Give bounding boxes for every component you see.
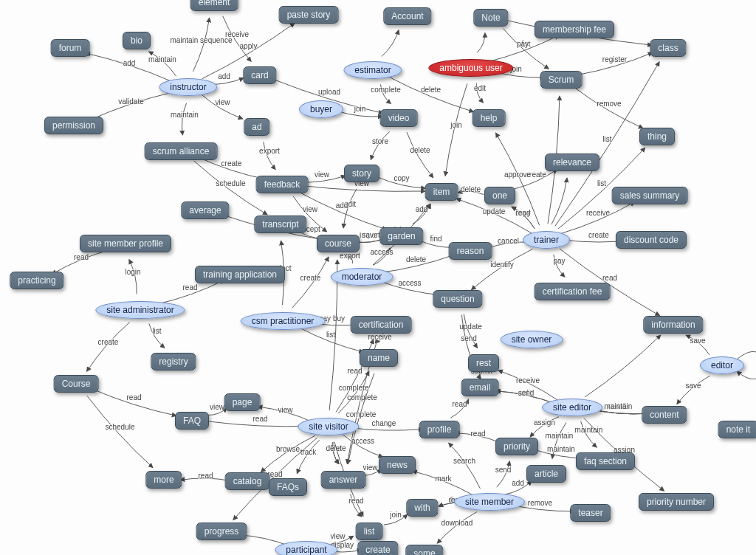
node-article[interactable]: article <box>526 465 566 483</box>
edge-label: maintain <box>546 432 574 440</box>
node-class[interactable]: class <box>650 39 686 57</box>
edge-site_member-priority <box>497 461 510 488</box>
node-video[interactable]: video <box>380 109 418 127</box>
node-permission[interactable]: permission <box>44 117 103 134</box>
node-more[interactable]: more <box>145 471 182 489</box>
edge-editor-information <box>686 335 709 355</box>
node-site_administrator[interactable]: site administrator <box>95 301 185 319</box>
node-some[interactable]: some <box>405 545 443 555</box>
edge-label: send <box>518 389 535 397</box>
node-Account[interactable]: Account <box>383 7 431 25</box>
node-transcript[interactable]: transcript <box>254 216 306 233</box>
edge-label: create <box>300 274 321 282</box>
node-sales_summary[interactable]: sales summary <box>612 187 688 204</box>
node-instructor[interactable]: instructor <box>159 78 217 96</box>
node-answer[interactable]: answer <box>321 471 366 489</box>
node-bio[interactable]: bio <box>123 32 151 49</box>
node-FAQs[interactable]: FAQs <box>269 478 307 496</box>
node-certification_fee[interactable]: certification fee <box>535 283 611 300</box>
edge-label: add <box>123 59 136 67</box>
node-site_member[interactable]: site member <box>454 493 525 511</box>
node-question[interactable]: question <box>433 290 482 308</box>
node-participant[interactable]: participant <box>275 541 337 555</box>
node-certification[interactable]: certification <box>351 316 412 334</box>
node-forum[interactable]: forum <box>51 39 90 57</box>
node-average[interactable]: average <box>181 201 229 219</box>
node-label: editor <box>711 360 733 370</box>
node-garden[interactable]: garden <box>379 227 423 245</box>
node-label: news <box>387 460 408 470</box>
node-card[interactable]: card <box>243 66 276 84</box>
node-progress[interactable]: progress <box>196 523 247 540</box>
edge-label: find <box>430 235 441 243</box>
node-element[interactable]: element <box>190 0 238 11</box>
node-site_member_profile[interactable]: site member profile <box>80 235 171 252</box>
edge-label: remove <box>597 100 622 108</box>
node-label: bio <box>131 35 142 46</box>
node-paste_story[interactable]: paste story <box>279 6 339 24</box>
node-news[interactable]: news <box>379 456 416 474</box>
edge-estimator-help <box>388 76 473 111</box>
node-list[interactable]: list <box>356 523 383 540</box>
node-content[interactable]: content <box>642 406 687 424</box>
node-catalog[interactable]: catalog <box>225 472 270 490</box>
node-label: ambiguous user <box>439 63 502 73</box>
node-buyer[interactable]: buyer <box>299 100 343 118</box>
node-label: site member profile <box>88 238 163 249</box>
node-ambiguous_user[interactable]: ambiguous user <box>428 59 513 77</box>
node-one[interactable]: one <box>484 187 515 204</box>
node-site_owner[interactable]: site owner <box>501 331 563 348</box>
node-relevance[interactable]: relevance <box>545 154 599 171</box>
edge-name-answer <box>348 373 374 464</box>
edge-label: create <box>526 170 546 179</box>
node-trainer[interactable]: trainer <box>523 231 570 249</box>
node-create_dangling[interactable]: create <box>357 541 398 555</box>
node-faq_section[interactable]: faq section <box>576 452 635 470</box>
node-scrum_alliance[interactable]: scrum alliance <box>145 142 218 160</box>
edge-label: read <box>602 274 617 282</box>
node-training_application[interactable]: training application <box>195 266 285 283</box>
node-reason[interactable]: reason <box>449 242 492 260</box>
edge-label: copy <box>394 174 409 182</box>
node-csm_practitioner[interactable]: csm practitioner <box>241 312 326 330</box>
node-story[interactable]: story <box>344 165 379 182</box>
node-editor[interactable]: editor <box>700 356 744 374</box>
node-item[interactable]: item <box>425 183 458 201</box>
node-estimator[interactable]: estimator <box>343 61 402 79</box>
graph-canvas[interactable]: addmaintainmaintain sequencereceiveaddap… <box>0 0 756 555</box>
node-feedback[interactable]: feedback <box>256 176 309 193</box>
node-FAQ[interactable]: FAQ <box>175 412 209 430</box>
node-profile[interactable]: profile <box>419 421 460 438</box>
edge-ad-feedback <box>264 142 275 170</box>
edge-trainer-help <box>495 133 539 225</box>
node-label: video <box>388 113 410 123</box>
edge-label: create <box>588 231 609 239</box>
node-email[interactable]: email <box>461 379 499 396</box>
node-course[interactable]: course <box>317 235 360 252</box>
node-registry[interactable]: registry <box>151 353 196 370</box>
node-membership_fee[interactable]: membership fee <box>535 21 614 38</box>
node-thing[interactable]: thing <box>639 128 675 145</box>
node-page[interactable]: page <box>224 393 261 411</box>
node-Note[interactable]: Note <box>473 9 508 27</box>
node-with[interactable]: with <box>406 499 438 517</box>
edge-label: view <box>210 403 225 411</box>
edge-answer-list <box>351 494 362 517</box>
node-site_editor[interactable]: site editor <box>542 399 602 416</box>
node-moderator[interactable]: moderator <box>331 268 394 286</box>
edge-moderator-course <box>348 257 353 263</box>
node-site_visitor[interactable]: site visitor <box>298 418 359 435</box>
node-practicing[interactable]: practicing <box>10 272 63 289</box>
node-teaser[interactable]: teaser <box>570 504 611 522</box>
node-rest[interactable]: rest <box>468 354 499 372</box>
node-note_it[interactable]: note it <box>718 421 756 438</box>
node-Scrum[interactable]: Scrum <box>540 71 583 89</box>
node-help[interactable]: help <box>472 109 506 127</box>
node-ad[interactable]: ad <box>244 118 269 136</box>
node-Course[interactable]: Course <box>54 375 99 393</box>
node-discount_code[interactable]: discount code <box>616 231 687 249</box>
node-information[interactable]: information <box>643 316 703 334</box>
node-priority[interactable]: priority <box>495 438 538 455</box>
node-name[interactable]: name <box>360 349 398 367</box>
node-priority_number[interactable]: priority number <box>639 493 714 511</box>
